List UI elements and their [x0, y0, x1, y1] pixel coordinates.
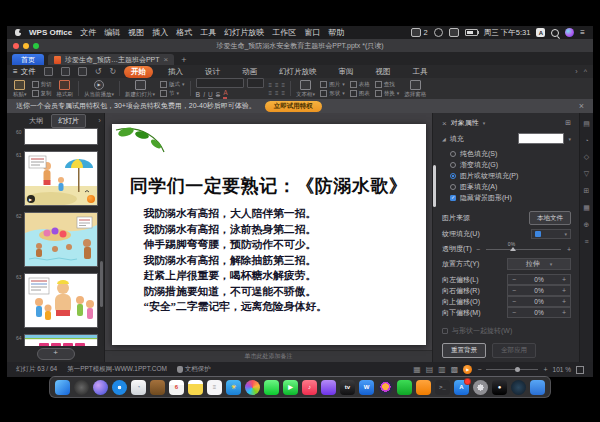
- transparency-plus-button[interactable]: +: [567, 246, 571, 253]
- dock-icon-launchpad[interactable]: [74, 380, 89, 395]
- collapse-ribbon-icon[interactable]: ^: [584, 68, 587, 75]
- layout-button[interactable]: 版式▾: [160, 81, 185, 88]
- align-right-button[interactable]: ≡: [282, 82, 286, 88]
- dock-icon-calendar[interactable]: 6: [169, 380, 184, 395]
- align-left-button[interactable]: ≡: [269, 82, 273, 88]
- pane-switch-icon[interactable]: ▦: [583, 204, 590, 212]
- format-painter-button[interactable]: 格式刷: [57, 80, 74, 98]
- menubar-menu[interactable]: 工作区: [272, 27, 296, 38]
- find-button[interactable]: 查找: [375, 81, 400, 88]
- properties-dropdown-icon[interactable]: ▾: [483, 120, 486, 126]
- dock-icon-safari[interactable]: [112, 380, 127, 395]
- banner-close-icon[interactable]: ×: [579, 101, 584, 111]
- section-button[interactable]: 节▾: [160, 90, 185, 97]
- fullscreen-icon[interactable]: [576, 366, 584, 374]
- italic-button[interactable]: I: [203, 91, 205, 98]
- slide-thumbnail-beach[interactable]: ▶: [24, 151, 98, 206]
- replace-button[interactable]: 替换▾: [375, 90, 400, 97]
- menubar-menu[interactable]: 格式: [176, 27, 192, 38]
- slide-thumbnail[interactable]: [24, 128, 98, 145]
- pane-switch-icon[interactable]: ≡: [584, 238, 588, 245]
- preview-icon[interactable]: [78, 67, 87, 76]
- offset-stepper[interactable]: − 0% +: [507, 285, 571, 296]
- close-tab-icon[interactable]: ×: [164, 55, 169, 64]
- ribbon-tab[interactable]: 工具: [406, 66, 435, 78]
- dock-icon-contacts[interactable]: [150, 380, 165, 395]
- play-from-current-button[interactable]: ▶从当前播放▾: [84, 80, 114, 98]
- ribbon-tab[interactable]: 动画: [235, 66, 264, 78]
- dock-icon-music[interactable]: ♪: [302, 380, 317, 395]
- stepper-plus-icon[interactable]: +: [562, 298, 566, 305]
- panel-grid-icon[interactable]: ⊞: [565, 119, 571, 127]
- view-mode-icon[interactable]: ▩: [451, 366, 459, 374]
- font-color-button[interactable]: A: [223, 90, 227, 99]
- tab-outline[interactable]: 大纲: [25, 115, 47, 127]
- menubar-menu[interactable]: 帮助: [328, 27, 344, 38]
- zoom-slider-thumb[interactable]: [515, 367, 520, 372]
- play-slide-overlay-icon[interactable]: ▶: [27, 195, 35, 203]
- thumbnail-scrollbar[interactable]: [100, 261, 103, 307]
- slide-thumbnail-kids[interactable]: [24, 273, 98, 328]
- pane-switch-icon[interactable]: ▽: [584, 170, 589, 178]
- image-button[interactable]: 图片▾: [320, 81, 345, 88]
- screen-mirroring-icon[interactable]: [449, 28, 459, 37]
- table-button[interactable]: 表格: [350, 81, 370, 88]
- transparency-minus-button[interactable]: −: [476, 246, 480, 253]
- offset-stepper[interactable]: − 0% +: [507, 274, 571, 285]
- selection-pane-button[interactable]: 选择窗格: [404, 80, 426, 98]
- zoom-out-icon[interactable]: −: [477, 366, 481, 373]
- fill-option[interactable]: 隐藏背景图形(H): [442, 192, 571, 203]
- placement-select[interactable]: 拉伸 ▾: [507, 258, 571, 270]
- pane-switch-icon[interactable]: ⊞: [584, 187, 590, 195]
- control-center-icon[interactable]: ≡: [580, 28, 585, 37]
- spotlight-search-icon[interactable]: [551, 29, 559, 37]
- slideshow-overlay-icon[interactable]: [87, 195, 95, 203]
- stepper-minus-icon[interactable]: −: [512, 298, 516, 305]
- underline-button[interactable]: U: [208, 91, 213, 98]
- tab-home[interactable]: 首页: [12, 54, 44, 65]
- dock-icon-netdisk[interactable]: [530, 380, 545, 395]
- tab-document[interactable]: 珍爱生命_预防…主题班会PPT ×: [48, 54, 174, 65]
- menubar-menu[interactable]: 文件: [80, 27, 96, 38]
- display-status-icon[interactable]: [434, 28, 443, 37]
- dock-icon-podcasts[interactable]: [321, 380, 336, 395]
- redo-icon[interactable]: ↻: [109, 68, 116, 76]
- notes-bar[interactable]: 单击此处添加备注: [105, 350, 432, 362]
- dock-icon-photos[interactable]: [245, 380, 260, 395]
- number-list-button[interactable]: ≡: [275, 90, 279, 96]
- active-app-name[interactable]: WPS Office: [29, 28, 72, 37]
- new-tab-button[interactable]: +: [178, 55, 189, 65]
- dock-icon-settings[interactable]: [473, 380, 488, 395]
- menubar-menu[interactable]: 编辑: [104, 27, 120, 38]
- properties-scrollbar[interactable]: [433, 165, 436, 207]
- zoom-in-icon[interactable]: +: [543, 366, 547, 373]
- print-icon[interactable]: [61, 67, 70, 76]
- current-slide[interactable]: 同学们一定要熟记：《防溺水歌》 我防溺水有高招，大人陪伴第一招。我防溺水有高招，…: [112, 124, 426, 345]
- copy-button[interactable]: 复制: [32, 90, 52, 97]
- slide-thumbnail-swimming[interactable]: [24, 212, 98, 267]
- dock-icon-finder[interactable]: [55, 380, 70, 395]
- dock-icon-books[interactable]: [416, 380, 431, 395]
- dock-icon-qq[interactable]: ●: [492, 380, 507, 395]
- dock-icon-steam[interactable]: [511, 380, 526, 395]
- offset-stepper[interactable]: − 0% +: [507, 296, 571, 307]
- line-spacing-button[interactable]: ≡: [282, 90, 286, 96]
- file-menu-button[interactable]: ≡ 文件: [13, 67, 36, 77]
- promo-try-button[interactable]: 立即试用特权: [265, 101, 322, 112]
- transparency-slider[interactable]: 0%: [486, 249, 561, 250]
- strikethrough-button[interactable]: S: [216, 91, 220, 98]
- texture-dropdown[interactable]: ▾: [531, 229, 571, 239]
- bullet-list-button[interactable]: ≡: [269, 90, 273, 96]
- stepper-minus-icon[interactable]: −: [512, 287, 516, 294]
- fill-option[interactable]: 图片或纹理填充(P): [442, 170, 571, 181]
- dock-icon-facetime[interactable]: ▶: [283, 380, 298, 395]
- new-slide-button[interactable]: 新建幻灯片▾: [125, 80, 155, 98]
- view-mode-icon[interactable]: ▥: [438, 366, 446, 374]
- share-icon[interactable]: ›: [575, 68, 577, 75]
- fill-option[interactable]: 纯色填充(S): [442, 148, 571, 159]
- dock-icon-app-store[interactable]: A: [454, 380, 469, 395]
- dock-icon-preview[interactable]: ◔: [131, 380, 146, 395]
- pane-switch-icon[interactable]: ⊕: [584, 221, 590, 229]
- pane-switch-icon[interactable]: ▤: [583, 120, 590, 128]
- slide-body[interactable]: 我防溺水有高招，大人陪伴第一招。我防溺水有高招，泳前热身第二招。伸手踢脚弯弯腰，…: [112, 206, 426, 315]
